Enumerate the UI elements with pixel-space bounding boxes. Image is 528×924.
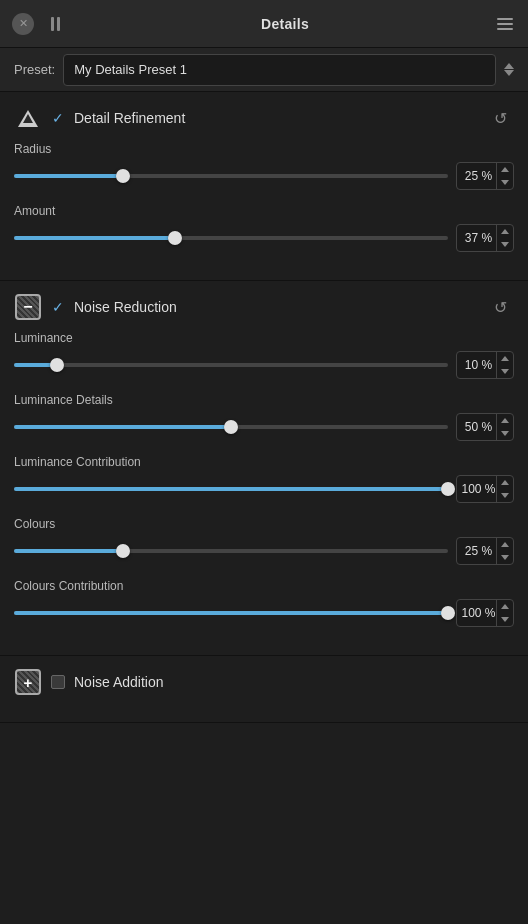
luminance-slider-row: Luminance 10 %	[14, 331, 514, 379]
noise-reduction-checkbox[interactable]: ✓	[50, 299, 66, 315]
colours-contribution-slider-row: Colours Contribution 100 %	[14, 579, 514, 627]
luminance-contribution-thumb[interactable]	[441, 482, 455, 496]
luminance-value: 10 %	[457, 358, 496, 372]
luminance-details-slider-row: Luminance Details 50 %	[14, 393, 514, 441]
preset-row: Preset: My Details Preset 1 My Details P…	[0, 48, 528, 92]
luminance-control: 10 %	[14, 351, 514, 379]
luminance-contribution-fill	[14, 487, 448, 491]
luminance-contribution-value: 100 %	[457, 482, 496, 496]
luminance-track	[14, 363, 448, 367]
amount-track-container[interactable]	[14, 228, 448, 248]
colours-contribution-down-arrow[interactable]	[497, 613, 513, 626]
detail-refinement-sliders: Radius 25 % Amount	[0, 142, 528, 252]
luminance-details-track	[14, 425, 448, 429]
luminance-contribution-down-arrow[interactable]	[497, 489, 513, 502]
colours-track	[14, 549, 448, 553]
radius-fill	[14, 174, 123, 178]
luminance-contribution-up-arrow[interactable]	[497, 476, 513, 489]
menu-line	[497, 18, 513, 20]
checkmark-icon: ✓	[52, 111, 64, 125]
noise-addition-section: Noise Addition	[0, 656, 528, 723]
checkmark-icon: ✓	[52, 300, 64, 314]
pause-icon	[51, 17, 60, 31]
colours-contribution-label: Colours Contribution	[14, 579, 514, 593]
noise-reduction-section: ✓ Noise Reduction ↺ Luminance 10 %	[0, 281, 528, 656]
colours-down-arrow[interactable]	[497, 551, 513, 564]
radius-slider-row: Radius 25 %	[14, 142, 514, 190]
section-header-noise-addition: Noise Addition	[0, 656, 528, 708]
preset-chevrons[interactable]	[504, 63, 514, 76]
menu-button[interactable]	[494, 13, 516, 35]
colours-contribution-track	[14, 611, 448, 615]
luminance-track-container[interactable]	[14, 355, 448, 375]
luminance-down-arrow[interactable]	[497, 365, 513, 378]
luminance-details-fill	[14, 425, 231, 429]
amount-thumb[interactable]	[168, 231, 182, 245]
unchecked-icon	[51, 675, 65, 689]
preset-select[interactable]: My Details Preset 1 My Details Preset 2 …	[63, 54, 496, 86]
luminance-details-label: Luminance Details	[14, 393, 514, 407]
colours-slider-row: Colours 25 %	[14, 517, 514, 565]
colours-arrows	[496, 538, 513, 564]
colours-thumb[interactable]	[116, 544, 130, 558]
noise-reduction-reset-button[interactable]: ↺	[486, 293, 514, 321]
close-button[interactable]	[12, 13, 34, 35]
luminance-label: Luminance	[14, 331, 514, 345]
amount-value: 37 %	[457, 231, 496, 245]
amount-value-box: 37 %	[456, 224, 514, 252]
amount-up-arrow[interactable]	[497, 225, 513, 238]
section-header-detail-refinement: ✓ Detail Refinement ↺	[0, 92, 528, 142]
luminance-thumb[interactable]	[50, 358, 64, 372]
radius-down-arrow[interactable]	[497, 176, 513, 189]
luminance-details-down-arrow[interactable]	[497, 427, 513, 440]
amount-control: 37 %	[14, 224, 514, 252]
luminance-contribution-control: 100 %	[14, 475, 514, 503]
amount-fill	[14, 236, 175, 240]
radius-value-box: 25 %	[456, 162, 514, 190]
colours-fill	[14, 549, 123, 553]
colours-contribution-track-container[interactable]	[14, 603, 448, 623]
colours-control: 25 %	[14, 537, 514, 565]
chevron-up-icon	[504, 63, 514, 69]
colours-track-container[interactable]	[14, 541, 448, 561]
radius-track-container[interactable]	[14, 166, 448, 186]
colours-contribution-thumb[interactable]	[441, 606, 455, 620]
pause-button[interactable]	[44, 13, 66, 35]
luminance-arrows	[496, 352, 513, 378]
detail-refinement-section: ✓ Detail Refinement ↺ Radius 25 %	[0, 92, 528, 281]
colours-label: Colours	[14, 517, 514, 531]
luminance-contribution-track-container[interactable]	[14, 479, 448, 499]
colours-contribution-up-arrow[interactable]	[497, 600, 513, 613]
detail-refinement-reset-button[interactable]: ↺	[486, 104, 514, 132]
noise-addition-checkbox[interactable]	[50, 674, 66, 690]
radius-track	[14, 174, 448, 178]
menu-line	[497, 28, 513, 30]
luminance-contribution-slider-row: Luminance Contribution 100 %	[14, 455, 514, 503]
luminance-value-box: 10 %	[456, 351, 514, 379]
luminance-contribution-track	[14, 487, 448, 491]
noise-addition-title: Noise Addition	[74, 674, 514, 690]
noise-reduction-icon	[14, 293, 42, 321]
preset-label: Preset:	[14, 62, 55, 77]
detail-refinement-checkbox[interactable]: ✓	[50, 110, 66, 126]
luminance-contribution-arrows	[496, 476, 513, 502]
chevron-down-icon	[504, 70, 514, 76]
colours-contribution-control: 100 %	[14, 599, 514, 627]
radius-control: 25 %	[14, 162, 514, 190]
luminance-details-track-container[interactable]	[14, 417, 448, 437]
luminance-details-up-arrow[interactable]	[497, 414, 513, 427]
noise-reduction-title: Noise Reduction	[74, 299, 478, 315]
luminance-up-arrow[interactable]	[497, 352, 513, 365]
luminance-details-thumb[interactable]	[224, 420, 238, 434]
colours-contribution-fill	[14, 611, 448, 615]
colours-contribution-value: 100 %	[457, 606, 496, 620]
amount-down-arrow[interactable]	[497, 238, 513, 251]
luminance-contribution-label: Luminance Contribution	[14, 455, 514, 469]
radius-thumb[interactable]	[116, 169, 130, 183]
detail-refinement-title: Detail Refinement	[74, 110, 478, 126]
luminance-details-control: 50 %	[14, 413, 514, 441]
colours-value-box: 25 %	[456, 537, 514, 565]
colours-up-arrow[interactable]	[497, 538, 513, 551]
radius-up-arrow[interactable]	[497, 163, 513, 176]
radius-value: 25 %	[457, 169, 496, 183]
